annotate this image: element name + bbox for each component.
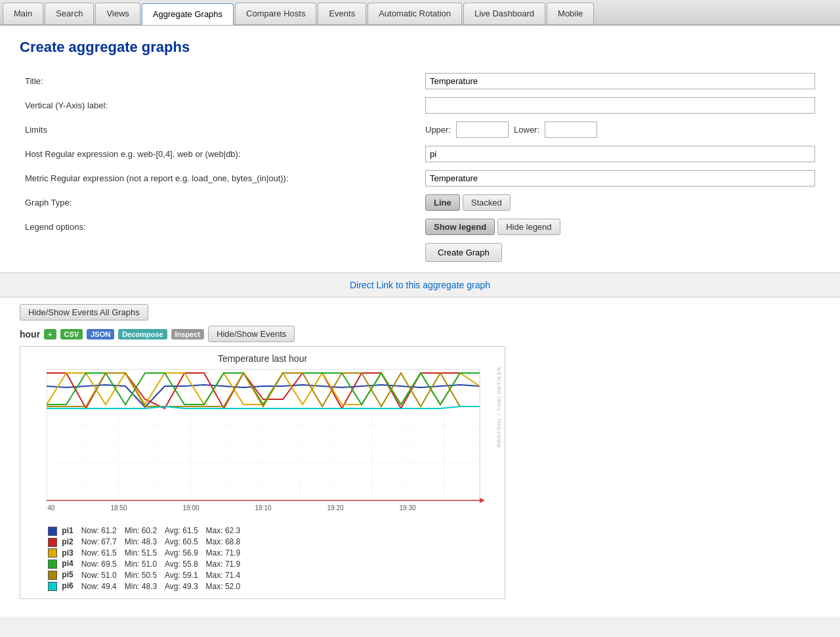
tab-views[interactable]: Views — [95, 3, 140, 24]
legend-table: pi1 Now: 61.2 Min: 60.2 Avg: 61.5 Max: 6… — [47, 525, 247, 592]
legend-row: pi6 Now: 49.4 Min: 48.3 Avg: 49.3 Max: 5… — [47, 581, 247, 592]
legend-color-cell: pi2 — [47, 537, 80, 548]
tab-aggregate-graphs[interactable]: Aggregate Graphs — [142, 3, 234, 25]
hide-show-all-container: Hide/Show Events All Graphs — [20, 304, 820, 320]
legend-now: Now: 49.4 — [80, 581, 123, 592]
legend-max: Max: 71.9 — [205, 558, 247, 569]
tab-mobile[interactable]: Mobile — [547, 3, 594, 24]
legend-row: pi5 Now: 51.0 Min: 50.5 Avg: 59.1 Max: 7… — [47, 569, 247, 581]
direct-link-bar: Direct Link to this aggregate graph — [0, 273, 840, 297]
tab-live-dashboard[interactable]: Live Dashboard — [463, 3, 545, 24]
legend-max: Max: 71.4 — [205, 569, 247, 581]
direct-link[interactable]: Direct Link to this aggregate graph — [350, 280, 490, 290]
tab-main[interactable]: Main — [3, 3, 43, 24]
legend-color-swatch — [48, 560, 57, 569]
svg-text:18:40: 18:40 — [47, 504, 55, 512]
tab-search[interactable]: Search — [45, 3, 94, 24]
hide-legend-button[interactable]: Hide legend — [497, 219, 560, 235]
legend-color-swatch — [48, 548, 57, 558]
legend-host-name: pi3 — [62, 548, 73, 558]
legend-max: Max: 71.9 — [205, 548, 247, 559]
legend-now: Now: 61.5 — [80, 548, 123, 559]
legend-avg: Avg: 61.5 — [163, 525, 204, 537]
legend-avg: Avg: 49.3 — [163, 581, 204, 592]
legend-color-cell: pi3 — [47, 548, 80, 559]
metric-regex-input[interactable] — [425, 170, 815, 187]
legend-now: Now: 67.7 — [80, 537, 123, 548]
badge-json[interactable]: JSON — [87, 329, 114, 340]
metric-regex-value-cell — [420, 166, 820, 190]
badge-decompose[interactable]: Decompose — [118, 329, 167, 340]
legend-now: Now: 69.5 — [80, 558, 123, 569]
legend-color-cell: pi1 — [47, 525, 80, 537]
limits-label: Limits — [20, 118, 420, 142]
legend-row: pi4 Now: 69.5 Min: 51.0 Avg: 55.8 Max: 7… — [47, 558, 247, 569]
yaxis-value-cell — [420, 93, 820, 118]
title-input[interactable] — [425, 73, 815, 89]
legend-host-name: pi6 — [62, 581, 73, 590]
hide-show-all-button[interactable]: Hide/Show Events All Graphs — [20, 304, 148, 320]
legend-host-name: pi2 — [62, 537, 73, 546]
legend-min: Min: 60.2 — [123, 525, 163, 537]
legend-color-swatch — [48, 571, 57, 580]
tab-automatic-rotation[interactable]: Automatic Rotation — [368, 3, 462, 24]
legend-color-cell: pi6 — [47, 581, 80, 592]
legend-color-swatch — [48, 527, 57, 536]
graph-type-line-button[interactable]: Line — [425, 194, 460, 211]
page-title: Create aggregate graphs — [20, 39, 820, 56]
title-value-cell — [420, 69, 820, 93]
legend-max: Max: 52.0 — [205, 581, 247, 592]
legend-color-swatch — [48, 538, 57, 547]
graph-type-label: Graph Type: — [20, 190, 420, 215]
legend-color-cell: pi5 — [47, 569, 80, 581]
badge-inspect[interactable]: Inspect — [171, 329, 205, 340]
legend-host-name: pi5 — [62, 570, 73, 579]
legend-row: pi3 Now: 61.5 Min: 51.5 Avg: 56.9 Max: 7… — [47, 548, 247, 559]
badge-plus[interactable]: + — [44, 329, 56, 340]
create-graph-cell: Create Graph — [420, 239, 820, 266]
legend-options-group: Show legend Hide legend — [425, 219, 815, 235]
badge-csv[interactable]: CSV — [60, 329, 83, 340]
title-label: Title: — [20, 69, 420, 93]
legend-avg: Avg: 59.1 — [163, 569, 204, 581]
graph-container: Temperature last hour — [20, 346, 505, 599]
create-graph-spacer — [20, 239, 420, 266]
lower-input[interactable] — [545, 121, 597, 138]
graph-section: Hide/Show Events All Graphs hour + CSV J… — [20, 304, 820, 599]
legend-row: pi2 Now: 67.7 Min: 48.3 Avg: 60.5 Max: 6… — [47, 537, 247, 548]
legend-min: Min: 51.5 — [123, 548, 163, 559]
hide-show-events-button[interactable]: Hide/Show Events — [208, 326, 295, 342]
legend-host-name: pi1 — [62, 526, 73, 535]
tab-events[interactable]: Events — [318, 3, 366, 24]
legend-host-name: pi4 — [62, 559, 73, 568]
graph-type-group: Line Stacked — [425, 194, 815, 211]
legend-avg: Avg: 55.8 — [163, 558, 204, 569]
graph-type-stacked-button[interactable]: Stacked — [463, 194, 511, 211]
main-content: Create aggregate graphs Title: Vertical … — [0, 26, 840, 617]
legend-label: Legend options: — [20, 215, 420, 239]
legend-avg: Avg: 60.5 — [163, 537, 204, 548]
svg-text:19:00: 19:00 — [182, 504, 199, 512]
yaxis-label: Vertical (Y-Axis) label: — [20, 93, 420, 118]
yaxis-input[interactable] — [425, 97, 815, 114]
graph-period: hour — [20, 329, 40, 340]
host-regex-input[interactable] — [425, 146, 815, 162]
graph-svg: 0 10 20 30 40 50 60 70 18:40 18:50 19:00… — [47, 369, 499, 520]
nav-tabs: Main Search Views Aggregate Graphs Compa… — [0, 0, 840, 26]
upper-label: Upper: — [425, 125, 451, 135]
upper-input[interactable] — [456, 121, 509, 138]
svg-marker-22 — [480, 498, 485, 503]
limits-value-cell: Upper: Lower: — [420, 118, 820, 142]
svg-text:19:10: 19:10 — [255, 504, 271, 512]
create-graph-button[interactable]: Create Graph — [425, 243, 502, 262]
watermark: RRDTOOL / TOBI OETIKER — [496, 366, 502, 447]
legend-now: Now: 51.0 — [80, 569, 123, 581]
legend-min: Min: 51.0 — [123, 558, 163, 569]
legend-min: Min: 48.3 — [123, 581, 163, 592]
legend-avg: Avg: 56.9 — [163, 548, 204, 559]
host-regex-value-cell — [420, 142, 820, 166]
show-legend-button[interactable]: Show legend — [425, 219, 495, 235]
tab-compare-hosts[interactable]: Compare Hosts — [235, 3, 316, 24]
graph-toolbar: hour + CSV JSON Decompose Inspect Hide/S… — [20, 326, 820, 342]
legend-max: Max: 62.3 — [205, 525, 247, 537]
